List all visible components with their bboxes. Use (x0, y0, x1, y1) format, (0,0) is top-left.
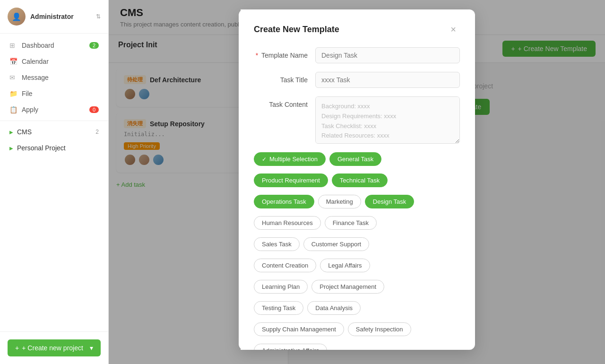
message-icon: ✉ (9, 74, 17, 81)
sidebar: 👤 Administrator ⇅ ⊞ Dashboard 2 📅 Calend… (0, 0, 109, 364)
create-project-button[interactable]: + + Create new project ▾ (8, 339, 101, 356)
tag-row: Product RequirementTechnical Task (254, 173, 388, 187)
tag-row: Testing TaskData Analysis (254, 301, 361, 315)
file-icon: 📁 (9, 90, 17, 97)
chevron-updown-icon: ⇅ (96, 13, 101, 20)
apply-badge: 0 (89, 106, 99, 113)
sidebar-item-personal-project[interactable]: ▶ Personal Project (0, 140, 108, 156)
apply-icon: 📋 (9, 106, 17, 113)
modal-close-button[interactable]: × (447, 23, 460, 36)
dashboard-icon: ⊞ (9, 42, 17, 49)
sidebar-item-file[interactable]: 📁 File (0, 86, 108, 102)
tag-row: Supply Chain ManagementSafety Inspection (254, 322, 411, 336)
tag-row: Learning PlanProject Management (254, 280, 384, 294)
tag-chip-multiple-selection[interactable]: ✓Multiple Selection (254, 152, 326, 166)
chevron-down-icon: ▾ (90, 344, 93, 352)
main-content: CMS This project manages content creatio… (109, 0, 605, 364)
arrow-icon: ▶ (9, 130, 13, 135)
template-name-input[interactable] (315, 47, 460, 63)
sidebar-nav: ⊞ Dashboard 2 📅 Calendar ✉ Message 📁 Fil… (0, 34, 108, 331)
tag-chip-technical-task[interactable]: Technical Task (332, 173, 388, 187)
sidebar-item-cms[interactable]: ▶ CMS 2 (0, 124, 108, 140)
task-title-label: Task Title (254, 72, 315, 84)
sidebar-item-message[interactable]: ✉ Message (0, 69, 108, 86)
tag-chip-safety-inspection[interactable]: Safety Inspection (348, 322, 411, 336)
tag-row: Content CreationLegal Affairs (254, 259, 370, 272)
task-title-input[interactable] (315, 72, 460, 88)
required-star: * (256, 52, 258, 59)
tag-chip-data-analysis[interactable]: Data Analysis (307, 301, 361, 315)
tag-chip-project-management[interactable]: Project Management (311, 280, 384, 294)
tag-chip-content-creation[interactable]: Content Creation (254, 259, 316, 272)
tag-chip-supply-chain-management[interactable]: Supply Chain Management (254, 322, 344, 336)
tag-row: ✓Multiple SelectionGeneral Task (254, 152, 381, 166)
modal-title: Create New Template (254, 25, 339, 35)
template-name-label: * Template Name (254, 47, 315, 59)
sidebar-bottom: + + Create new project ▾ (0, 331, 108, 364)
arrow-icon-2: ▶ (9, 146, 13, 151)
tag-chip-operations-task[interactable]: Operations Task (254, 195, 314, 208)
task-title-row: Task Title (254, 72, 460, 88)
tag-chip-design-task[interactable]: Design Task (365, 195, 415, 208)
tag-chip-general-task[interactable]: General Task (329, 152, 381, 166)
template-name-row: * Template Name (254, 47, 460, 63)
sidebar-username: Administrator (30, 13, 91, 20)
avatar: 👤 (8, 8, 26, 26)
tag-chip-marketing[interactable]: Marketing (318, 195, 361, 208)
tag-chip-customer-support[interactable]: Customer Support (303, 237, 370, 251)
check-icon: ✓ (262, 156, 267, 163)
task-content-label: Task Content (254, 96, 315, 108)
tag-chip-finance-task[interactable]: Finance Task (325, 216, 377, 230)
dashboard-badge: 2 (89, 42, 99, 49)
tag-row: Sales TaskCustomer Support (254, 237, 369, 251)
task-content-textarea[interactable]: Background: xxxx Design Requirements: xx… (315, 96, 460, 144)
create-template-modal: Create New Template × * Template Name Ta… (239, 9, 475, 350)
task-content-row: Task Content Background: xxxx Design Req… (254, 96, 460, 144)
tag-chip-learning-plan[interactable]: Learning Plan (254, 280, 308, 294)
modal-overlay: Create New Template × * Template Name Ta… (109, 0, 605, 364)
tag-chip-product-requirement[interactable]: Product Requirement (254, 173, 328, 187)
sidebar-item-apply[interactable]: 📋 Apply 0 (0, 102, 108, 118)
tag-chip-administrative-affairs[interactable]: Administrative Affairs (254, 344, 327, 350)
tag-chip-legal-affairs[interactable]: Legal Affairs (320, 259, 370, 272)
calendar-icon: 📅 (9, 58, 17, 65)
tags-container: ✓Multiple SelectionGeneral TaskProduct R… (254, 152, 460, 350)
tag-chip-human-resources[interactable]: Human Resources (254, 216, 321, 230)
tag-chip-sales-task[interactable]: Sales Task (254, 237, 300, 251)
sidebar-item-calendar[interactable]: 📅 Calendar (0, 53, 108, 69)
plus-icon: + (15, 344, 19, 352)
tag-row: Human ResourcesFinance Task (254, 216, 377, 230)
sidebar-item-dashboard[interactable]: ⊞ Dashboard 2 (0, 37, 108, 53)
tag-row: Administrative Affairs (254, 344, 327, 350)
sidebar-header[interactable]: 👤 Administrator ⇅ (0, 0, 108, 34)
tag-row: Operations TaskMarketingDesign Task (254, 195, 414, 208)
modal-header: Create New Template × (254, 23, 460, 36)
tags-section: ✓Multiple SelectionGeneral TaskProduct R… (254, 152, 460, 350)
tag-chip-testing-task[interactable]: Testing Task (254, 301, 303, 315)
